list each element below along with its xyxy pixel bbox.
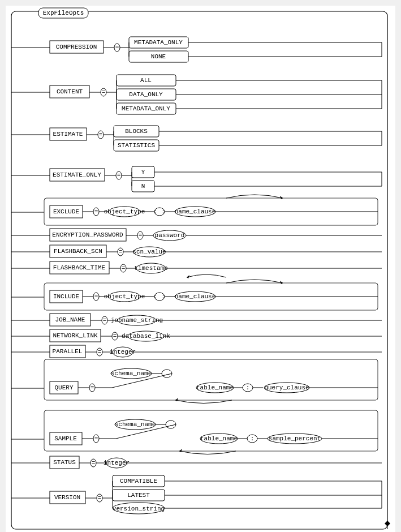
status-label: STATUS (53, 459, 76, 466)
integer-2-label: integer (104, 460, 130, 466)
svg-text:: :: : : (154, 208, 165, 215)
name-clause-1-label: name_clause (175, 208, 216, 215)
table-name-1-label: table_name (196, 384, 234, 391)
object-type-2-label: object_type (104, 293, 145, 300)
svg-text::: : (246, 384, 250, 391)
svg-text::: : (251, 435, 255, 442)
name-clause-2-label: name_clause (175, 293, 216, 300)
svg-text:=: = (92, 460, 96, 466)
include-label: INCLUDE (53, 293, 80, 300)
n-label: N (141, 183, 145, 190)
svg-text:=: = (102, 89, 106, 96)
statistics-label: STATISTICS (118, 142, 155, 149)
svg-rect-151 (44, 410, 378, 451)
svg-rect-131 (44, 359, 378, 400)
object-type-1-label: object_type (104, 208, 145, 215)
svg-text:=: = (90, 384, 94, 391)
parallel-label: PARALLEL (53, 348, 83, 355)
sample-percent-label: sample_percent (269, 435, 321, 442)
latest-label: LATEST (127, 492, 150, 499)
content-label: CONTENT (57, 88, 83, 95)
version-string-label: version_string (113, 505, 165, 512)
query-label: QUERY (54, 384, 73, 391)
svg-text:=: = (117, 172, 121, 179)
compatible-label: COMPATIBLE (120, 478, 157, 484)
integer-1-label: integer (110, 349, 136, 355)
svg-text:=: = (115, 44, 119, 51)
all-label: ALL (140, 77, 152, 84)
sample-label: SAMPLE (54, 435, 77, 442)
encryption-password-label: ENCRYPTION_PASSWORD (52, 231, 123, 238)
svg-text:=: = (94, 293, 98, 300)
timestamp-label: timestamp (134, 265, 167, 272)
version-label: VERSION (54, 494, 80, 501)
svg-text:.: . (165, 370, 169, 377)
flashback-scn-label: FLASHBACK_SCN (54, 248, 102, 255)
database-link-label: database_link (122, 333, 170, 340)
svg-text:=: = (98, 495, 102, 501)
svg-text:=: = (94, 435, 98, 442)
svg-text:: :: : : (154, 293, 165, 300)
title-label: ExpFileOpts (43, 10, 84, 16)
flashback-time-label: FLASHBACK_TIME (53, 264, 106, 271)
metadata-only-1-label: METADATA_ONLY (134, 39, 183, 46)
none-label: NONE (151, 53, 166, 60)
jobname-string-label: jobname_string (111, 317, 163, 324)
svg-text:=: = (98, 349, 102, 355)
svg-text:=: = (99, 131, 103, 138)
table-name-2-label: table_name (200, 435, 238, 442)
compression-label: COMPRESSION (56, 44, 97, 50)
diagram-container: ExpFileOpts COMPRESSION = METADATA_ONLY … (6, 6, 395, 532)
schema-name-1-label: schema_name (111, 370, 152, 377)
y-label: Y (141, 169, 145, 175)
svg-text:=: = (113, 333, 117, 340)
svg-text:=: = (94, 208, 98, 215)
metadata-only-2-label: METADATA_ONLY (122, 105, 170, 112)
data-only-label: DATA_ONLY (129, 91, 163, 98)
network-link-label: NETWORK_LINK (53, 332, 98, 339)
estimate-only-label: ESTIMATE_ONLY (53, 171, 101, 178)
exclude-label: EXCLUDE (53, 208, 80, 215)
blocks-label: BLOCKS (125, 128, 148, 135)
svg-text:.: . (169, 421, 173, 428)
scn-value-label: scn_value (132, 248, 166, 255)
query-clause-label: query_clause (264, 384, 309, 391)
password-label: password (155, 232, 185, 239)
svg-text:=: = (119, 248, 123, 255)
svg-text:=: = (103, 317, 107, 324)
schema-name-2-label: schema_name (115, 421, 156, 428)
estimate-label: ESTIMATE (53, 131, 83, 138)
svg-text:=: = (122, 265, 126, 272)
svg-text:=: = (139, 232, 143, 239)
job-name-label: JOB_NAME (55, 316, 85, 323)
